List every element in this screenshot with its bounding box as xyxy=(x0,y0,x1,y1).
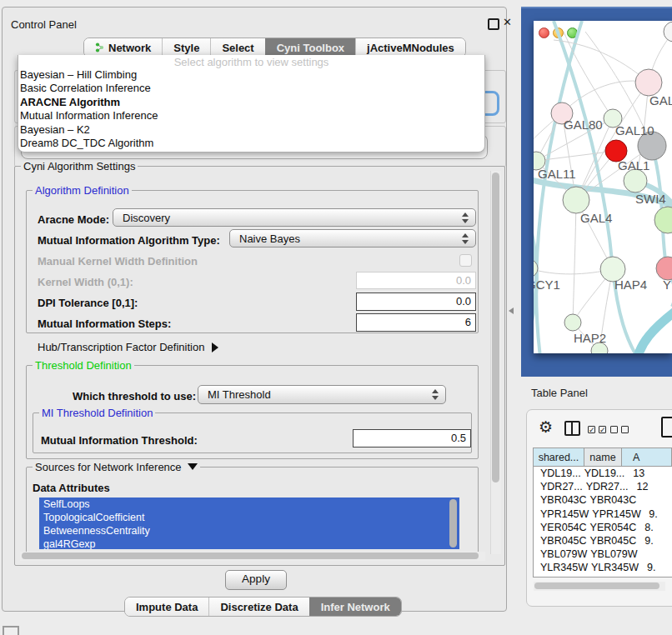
network-edge[interactable] xyxy=(637,310,672,353)
minimized-panel-icon[interactable] xyxy=(3,626,19,635)
table-row[interactable]: YBR043CYBR043C xyxy=(534,493,672,507)
network-edge[interactable] xyxy=(573,200,576,322)
attribute-item-gal4rgexp[interactable]: gal4RGexp xyxy=(39,538,459,549)
tab-style[interactable]: Style xyxy=(162,38,210,57)
hub-definition-toggle[interactable]: Hub/Transcription Factor Definition xyxy=(38,341,218,353)
columns-icon[interactable] xyxy=(564,421,580,436)
network-node[interactable] xyxy=(624,169,647,192)
tab-jactivemnodules[interactable]: jActiveMNodules xyxy=(355,38,465,57)
data-attributes-label: Data Attributes xyxy=(33,482,110,494)
scrollbar-thumb[interactable] xyxy=(22,552,479,559)
table-cell: 12 xyxy=(628,481,672,492)
node-label-swi4: SWI4 xyxy=(635,192,666,206)
settings-vertical-scrollbar[interactable] xyxy=(490,171,501,554)
table-row[interactable]: YIL052CYIL052C9. xyxy=(534,575,672,578)
network-node[interactable] xyxy=(635,69,662,96)
tab-label: Impute Data xyxy=(136,601,198,613)
unchecked-box-icon xyxy=(610,426,618,433)
attributes-scrollbar-thumb[interactable] xyxy=(449,499,457,548)
network-node[interactable] xyxy=(564,314,581,331)
table-row[interactable]: YLR345WYLR345W9. xyxy=(534,561,672,574)
column-header-a[interactable]: A xyxy=(622,448,672,466)
data-attributes-list[interactable]: SelfLoopsTopologicalCoefficientBetweenne… xyxy=(39,498,459,549)
table-cell: YER054C xyxy=(534,522,587,533)
column-header-name[interactable]: name xyxy=(584,448,622,466)
table-row[interactable]: YDR27...YDR27...12 xyxy=(534,480,672,493)
column-header-shared[interactable]: shared... xyxy=(534,448,584,466)
aracne-mode-value: Discovery xyxy=(123,212,170,224)
scrollbar-thumb[interactable] xyxy=(492,172,499,482)
aracne-mode-label: Aracne Mode: xyxy=(38,213,109,226)
which-threshold-select[interactable]: MI Threshold xyxy=(198,385,446,404)
tab-label: Network xyxy=(108,42,151,54)
table-row[interactable]: YPR145WYPR145W9. xyxy=(534,508,672,521)
table-cell: YBR045C xyxy=(587,535,637,547)
dpi-tolerance-field[interactable]: 0.0 xyxy=(356,292,476,311)
aracne-mode-select[interactable]: Discovery xyxy=(113,208,476,227)
sources-toggle[interactable]: Sources for Network Inference xyxy=(33,461,200,473)
tab-cyni-toolbox[interactable]: Cyni Toolbox xyxy=(265,38,355,57)
tab-discretize-data[interactable]: Discretize Data xyxy=(208,598,308,616)
panel-splitter-arrow-icon[interactable] xyxy=(509,308,514,314)
mi-type-value: Naive Bayes xyxy=(239,232,300,245)
stepper-arrows-icon xyxy=(431,388,439,401)
mi-type-label: Mutual Information Algorithm Type: xyxy=(38,234,220,247)
network-node[interactable] xyxy=(654,207,672,233)
dropdown-items: Bayesian – Hill ClimbingBasic Correlatio… xyxy=(18,68,484,150)
mi-algorithm-type-select[interactable]: Naive Bayes xyxy=(229,229,476,248)
algorithm-option-basic-correlation-inference[interactable]: Basic Correlation Inference xyxy=(18,82,484,95)
dropdown-placeholder: Select algorithm to view settings xyxy=(18,56,484,68)
network-window[interactable]: GALGAL80GAL10GAL1GAL11GAL4SWI4GCY1HAP4YH… xyxy=(534,21,672,353)
table-cell: YBR045C xyxy=(534,535,587,547)
stepper-arrows-icon xyxy=(461,232,469,245)
kernel-width-field[interactable]: 0.0 xyxy=(356,272,476,289)
kernel-width-label: Kernel Width (0,1): xyxy=(38,276,133,288)
mi-threshold-field[interactable]: 0.5 xyxy=(353,429,471,448)
which-threshold-label: Which threshold to use: xyxy=(73,390,196,402)
tab-infer-network[interactable]: Infer Network xyxy=(309,598,401,616)
deselect-all-checkboxes-icon[interactable] xyxy=(610,426,629,433)
algorithm-definition-title: Algorithm Definition xyxy=(33,184,132,197)
network-node[interactable] xyxy=(656,257,672,280)
table-header-row: shared...nameA xyxy=(534,448,672,467)
tab-select[interactable]: Select xyxy=(210,38,264,57)
node-label-gal80: GAL80 xyxy=(564,118,603,132)
table-row[interactable]: YDL19...YDL19...13 xyxy=(534,467,672,480)
table-cell: YER054C xyxy=(587,522,637,533)
mi-threshold-label: Mutual Information Threshold: xyxy=(41,434,198,447)
network-node[interactable] xyxy=(563,187,589,213)
settings-horizontal-scrollbar[interactable] xyxy=(20,552,485,561)
algorithm-option-mutual-information-inference[interactable]: Mutual Information Inference xyxy=(18,109,484,122)
attribute-item-selfloops[interactable]: SelfLoops xyxy=(39,498,459,511)
select-all-checkboxes-icon[interactable]: ✓ ✓ xyxy=(588,426,606,433)
gear-icon[interactable]: ⚙ xyxy=(539,418,553,436)
table-row[interactable]: YER054CYER054C8. xyxy=(534,521,672,534)
tab-label: Style xyxy=(173,42,199,54)
unchecked-box-icon xyxy=(621,426,629,433)
document-icon[interactable] xyxy=(661,417,672,438)
manual-kernel-checkbox[interactable] xyxy=(459,254,472,267)
expanded-arrow-icon xyxy=(188,463,198,470)
tab-label: Discretize Data xyxy=(220,601,298,613)
tab-impute-data[interactable]: Impute Data xyxy=(125,598,208,616)
table-row[interactable]: YBL079WYBL079W xyxy=(534,548,672,561)
attribute-item-topologicalcoefficient[interactable]: TopologicalCoefficient xyxy=(39,511,459,524)
algorithm-option-bayesian-hill-climbing[interactable]: Bayesian – Hill Climbing xyxy=(18,68,484,82)
table-cell: 13 xyxy=(624,468,672,479)
tab-network[interactable]: Network xyxy=(84,38,162,57)
mi-steps-field[interactable]: 6 xyxy=(356,313,476,332)
close-icon[interactable]: ✕ xyxy=(503,16,512,28)
table-cell: YIL052C xyxy=(534,576,581,578)
network-canvas[interactable]: GALGAL80GAL10GAL1GAL11GAL4SWI4GCY1HAP4YH… xyxy=(534,21,672,353)
network-node[interactable] xyxy=(664,22,672,42)
table-row[interactable]: YBR045CYBR045C9. xyxy=(534,534,672,548)
scrollbar-thumb[interactable] xyxy=(534,582,659,589)
float-window-icon[interactable] xyxy=(488,18,499,30)
node-table[interactable]: shared...nameA YDL19...YDL19...13YDR27..… xyxy=(533,448,672,578)
algorithm-option-aracne-algorithm[interactable]: ARACNE Algorithm xyxy=(18,96,484,109)
attribute-item-betweennesscentrality[interactable]: BetweennessCentrality xyxy=(39,524,459,538)
algorithm-option-bayesian-k2[interactable]: Bayesian – K2 xyxy=(18,123,484,137)
table-horizontal-scrollbar[interactable] xyxy=(534,582,665,591)
algorithm-option-dream8-dc-tdc-algorithm[interactable]: Dream8 DC_TDC Algorithm xyxy=(18,137,484,150)
apply-button[interactable]: Apply xyxy=(225,570,287,590)
